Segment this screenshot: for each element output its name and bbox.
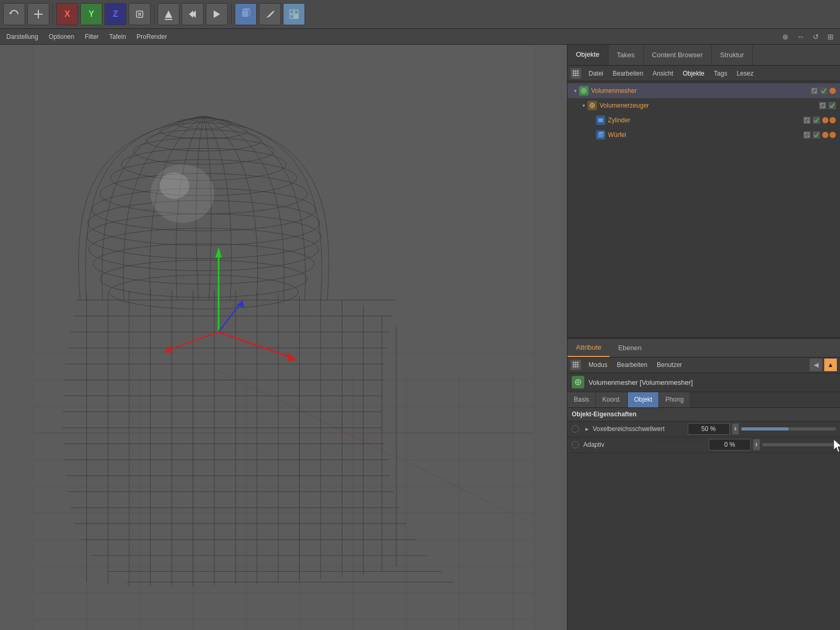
grid-icon bbox=[571, 68, 581, 79]
cube-button[interactable] bbox=[235, 3, 257, 25]
visibility-icon[interactable] bbox=[811, 87, 818, 94]
rotate2-icon[interactable]: ↺ bbox=[811, 32, 821, 42]
tab-objekte[interactable]: Objekte bbox=[568, 45, 608, 65]
viewport[interactable] bbox=[0, 45, 567, 630]
attr-menu-benutzer[interactable]: Benutzer bbox=[653, 360, 686, 370]
object-tree: ▼ Volumenmesher ▼ bbox=[568, 81, 840, 338]
attr-menu-bearbeiten[interactable]: Bearbeiten bbox=[613, 360, 652, 370]
volumenmesher-label: Volumenmesher bbox=[591, 87, 811, 94]
move-icon[interactable]: ⊕ bbox=[780, 32, 791, 42]
render-icon[interactable] bbox=[820, 87, 827, 94]
svg-rect-109 bbox=[577, 75, 579, 76]
menu-datei[interactable]: Datei bbox=[584, 69, 607, 78]
tree-item-wurfel[interactable]: ▶ Würfel bbox=[568, 128, 840, 142]
svg-rect-15 bbox=[290, 15, 293, 18]
svg-marker-4 bbox=[165, 10, 172, 18]
render4-icon[interactable] bbox=[813, 131, 820, 139]
adaptiv-spin[interactable]: ⬍ bbox=[753, 439, 760, 450]
menu-prorender[interactable]: ProRender bbox=[134, 32, 169, 41]
anim-record-button[interactable] bbox=[158, 3, 180, 25]
volumenmesher-icons bbox=[811, 87, 836, 94]
prop-row-voxel[interactable]: ▶ Voxelbereichsschwellwert 50 % ⬍ bbox=[568, 422, 840, 437]
adaptiv-value[interactable]: 0 % bbox=[709, 439, 751, 450]
tree-item-volumenerzeuger[interactable]: ▼ Volumenerzeuger bbox=[568, 98, 840, 113]
menu-filter[interactable]: Filter bbox=[82, 32, 101, 41]
svg-rect-143 bbox=[573, 366, 574, 368]
menu-tags[interactable]: Tags bbox=[710, 69, 731, 78]
expand-zylinder[interactable]: ▶ bbox=[589, 117, 596, 124]
tab-takes[interactable]: Takes bbox=[608, 45, 644, 65]
visibility2-icon[interactable] bbox=[819, 102, 826, 109]
attribute-menu: Modus Bearbeiten Benutzer ◀ ▲ bbox=[568, 358, 840, 373]
rotate-button[interactable] bbox=[129, 3, 151, 25]
prop-tab-phong[interactable]: Phong bbox=[659, 392, 690, 407]
svg-rect-125 bbox=[598, 119, 603, 122]
svg-line-136 bbox=[816, 133, 818, 137]
visibility3-icon[interactable] bbox=[803, 117, 811, 124]
attr-nav-next[interactable]: ▲ bbox=[824, 359, 837, 371]
menu-bearbeiten[interactable]: Bearbeiten bbox=[608, 69, 647, 78]
anim-prev-button[interactable] bbox=[182, 3, 204, 25]
anim-play-button[interactable] bbox=[206, 3, 228, 25]
voxel-spin[interactable]: ⬍ bbox=[732, 423, 739, 435]
expand-wurfel[interactable]: ▶ bbox=[589, 131, 596, 139]
grid2-icon[interactable]: ⊞ bbox=[825, 32, 836, 42]
attr-menu-modus[interactable]: Modus bbox=[584, 360, 612, 370]
pen-button[interactable] bbox=[259, 3, 281, 25]
menu-lesez[interactable]: Lesez bbox=[732, 69, 758, 78]
tree-item-volumenmesher[interactable]: ▼ Volumenmesher bbox=[568, 83, 840, 98]
prop-tab-koord[interactable]: Koord. bbox=[596, 392, 627, 407]
resize-icon[interactable]: ↔ bbox=[795, 32, 806, 42]
svg-rect-10 bbox=[242, 10, 249, 17]
top-toolbar: X Y Z bbox=[0, 0, 840, 29]
adaptiv-slider[interactable] bbox=[762, 443, 836, 446]
voxel-slider[interactable] bbox=[741, 427, 836, 430]
svg-rect-138 bbox=[575, 362, 576, 363]
tab-struktur[interactable]: Struktur bbox=[712, 45, 753, 65]
object-dot[interactable] bbox=[830, 88, 836, 94]
render3-icon[interactable] bbox=[813, 117, 820, 124]
volumenmesher-icon bbox=[579, 86, 589, 96]
svg-rect-142 bbox=[577, 364, 579, 365]
menu-darstellung[interactable]: Darstellung bbox=[4, 32, 40, 41]
prop-expand-voxel[interactable]: ▶ bbox=[583, 425, 591, 433]
expand-volumenerzeuger[interactable]: ▼ bbox=[580, 102, 587, 109]
undo-button[interactable] bbox=[3, 3, 25, 25]
dot1 bbox=[822, 117, 828, 123]
zylinder-icon bbox=[596, 116, 605, 125]
svg-line-127 bbox=[805, 118, 809, 122]
prop-tab-objekt[interactable]: Objekt bbox=[628, 392, 659, 407]
snap-button[interactable] bbox=[283, 3, 305, 25]
tab-content-browser[interactable]: Content Browser bbox=[644, 45, 712, 65]
prop-radio-voxel[interactable] bbox=[572, 425, 579, 433]
menu-ansicht[interactable]: Ansicht bbox=[648, 69, 677, 78]
menu-tafeln[interactable]: Tafeln bbox=[107, 32, 128, 41]
attribute-top-tabs: Attribute Ebenen bbox=[568, 339, 840, 358]
tree-item-zylinder[interactable]: ▶ Zylinder bbox=[568, 113, 840, 128]
attr-grid-icon bbox=[571, 360, 581, 370]
menu-optionen[interactable]: Optionen bbox=[47, 32, 77, 41]
svg-line-121 bbox=[821, 103, 825, 108]
attr-nav-prev[interactable]: ◀ bbox=[810, 359, 822, 371]
voxel-label: Voxelbereichsschwellwert bbox=[593, 425, 688, 433]
zylinder-icons bbox=[803, 117, 836, 124]
menu-objekte[interactable]: Objekte bbox=[678, 69, 708, 78]
svg-rect-16 bbox=[295, 15, 298, 18]
prop-radio-adaptiv[interactable] bbox=[572, 441, 579, 448]
y-axis-button[interactable]: Y bbox=[80, 3, 102, 25]
z-axis-button[interactable]: Z bbox=[104, 3, 127, 25]
attr-tab-attribute[interactable]: Attribute bbox=[568, 339, 610, 357]
svg-rect-17 bbox=[34, 45, 534, 630]
render2-icon[interactable] bbox=[828, 102, 836, 109]
voxel-value[interactable]: 50 % bbox=[688, 423, 730, 435]
x-axis-button[interactable]: X bbox=[56, 3, 78, 25]
prop-row-adaptiv[interactable]: Adaptiv . . . . . . . . . . . . . . . . … bbox=[568, 437, 840, 453]
svg-marker-12 bbox=[249, 8, 251, 17]
expand-volumenmesher[interactable]: ▼ bbox=[572, 87, 579, 94]
new-button[interactable] bbox=[27, 3, 49, 25]
svg-rect-144 bbox=[575, 366, 576, 368]
wurfel-icon bbox=[596, 130, 605, 140]
visibility4-icon[interactable] bbox=[803, 131, 811, 139]
attr-tab-ebenen[interactable]: Ebenen bbox=[610, 339, 650, 357]
prop-tab-basis[interactable]: Basis bbox=[568, 392, 596, 407]
